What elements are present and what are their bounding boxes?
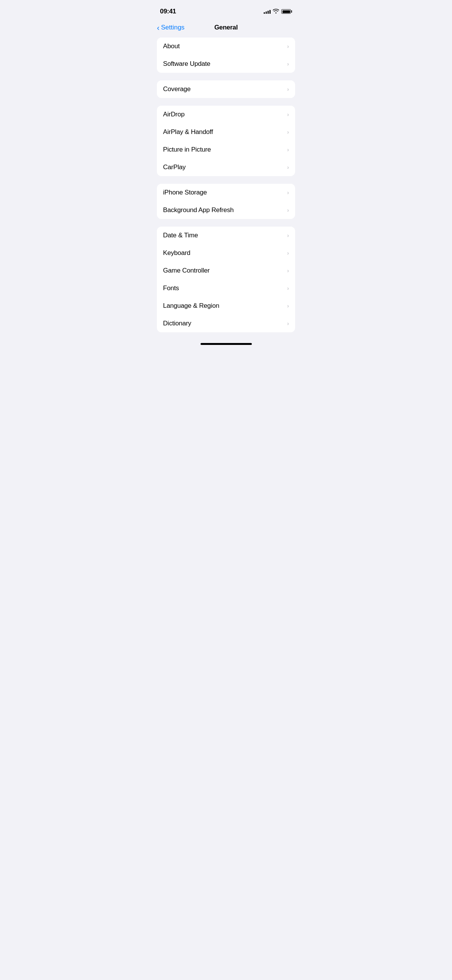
row-picture-in-picture[interactable]: Picture in Picture › [157, 141, 295, 158]
row-carplay[interactable]: CarPlay › [157, 158, 295, 176]
battery-icon [281, 9, 292, 14]
row-airdrop-label: AirDrop [163, 111, 184, 118]
chevron-right-icon: › [287, 320, 289, 327]
row-dictionary[interactable]: Dictionary › [157, 315, 295, 332]
row-iphone-storage-label: iPhone Storage [163, 189, 207, 196]
row-keyboard-label: Keyboard [163, 249, 190, 257]
chevron-right-icon: › [287, 189, 289, 196]
row-software-update-label: Software Update [163, 60, 210, 68]
chevron-right-icon: › [287, 129, 289, 135]
row-game-controller[interactable]: Game Controller › [157, 262, 295, 279]
row-background-app-refresh-label: Background App Refresh [163, 206, 234, 214]
row-keyboard[interactable]: Keyboard › [157, 244, 295, 262]
chevron-right-icon: › [287, 250, 289, 256]
row-game-controller-label: Game Controller [163, 267, 210, 274]
status-bar: 09:41 [151, 0, 301, 21]
row-carplay-label: CarPlay [163, 163, 186, 171]
nav-bar: ‹ Settings General [151, 21, 301, 38]
chevron-right-icon: › [287, 268, 289, 274]
chevron-right-icon: › [287, 303, 289, 309]
section-regional: Date & Time › Keyboard › Game Controller… [157, 227, 295, 332]
row-about-label: About [163, 42, 179, 50]
section-about: About › Software Update › [157, 38, 295, 73]
row-coverage-label: Coverage [163, 85, 191, 93]
row-date-time[interactable]: Date & Time › [157, 227, 295, 244]
home-indicator [151, 340, 301, 348]
chevron-right-icon: › [287, 164, 289, 170]
row-fonts[interactable]: Fonts › [157, 279, 295, 297]
chevron-right-icon: › [287, 111, 289, 118]
page-title: General [214, 24, 238, 31]
status-time: 09:41 [160, 8, 176, 15]
section-coverage: Coverage › [157, 80, 295, 98]
row-airplay-handoff[interactable]: AirPlay & Handoff › [157, 123, 295, 141]
wifi-icon [273, 8, 279, 15]
row-about[interactable]: About › [157, 38, 295, 55]
row-coverage[interactable]: Coverage › [157, 80, 295, 98]
signal-icon [264, 9, 271, 14]
row-airplay-handoff-label: AirPlay & Handoff [163, 128, 213, 136]
row-background-app-refresh[interactable]: Background App Refresh › [157, 201, 295, 219]
row-fonts-label: Fonts [163, 284, 179, 292]
section-sharing: AirDrop › AirPlay & Handoff › Picture in… [157, 106, 295, 176]
settings-content: About › Software Update › Coverage › Air… [151, 38, 301, 332]
home-bar [201, 343, 252, 345]
row-iphone-storage[interactable]: iPhone Storage › [157, 184, 295, 201]
chevron-right-icon: › [287, 61, 289, 67]
row-dictionary-label: Dictionary [163, 320, 191, 327]
row-airdrop[interactable]: AirDrop › [157, 106, 295, 123]
chevron-right-icon: › [287, 43, 289, 49]
chevron-right-icon: › [287, 207, 289, 213]
row-picture-in-picture-label: Picture in Picture [163, 146, 211, 154]
status-icons [264, 8, 292, 15]
chevron-right-icon: › [287, 232, 289, 238]
row-software-update[interactable]: Software Update › [157, 55, 295, 73]
row-date-time-label: Date & Time [163, 232, 198, 239]
section-storage: iPhone Storage › Background App Refresh … [157, 184, 295, 219]
chevron-right-icon: › [287, 285, 289, 291]
row-language-region[interactable]: Language & Region › [157, 297, 295, 315]
back-button[interactable]: ‹ Settings [157, 24, 184, 31]
row-language-region-label: Language & Region [163, 302, 219, 310]
back-chevron-icon: ‹ [157, 24, 160, 31]
chevron-right-icon: › [287, 147, 289, 153]
chevron-right-icon: › [287, 86, 289, 92]
back-label: Settings [161, 24, 184, 31]
